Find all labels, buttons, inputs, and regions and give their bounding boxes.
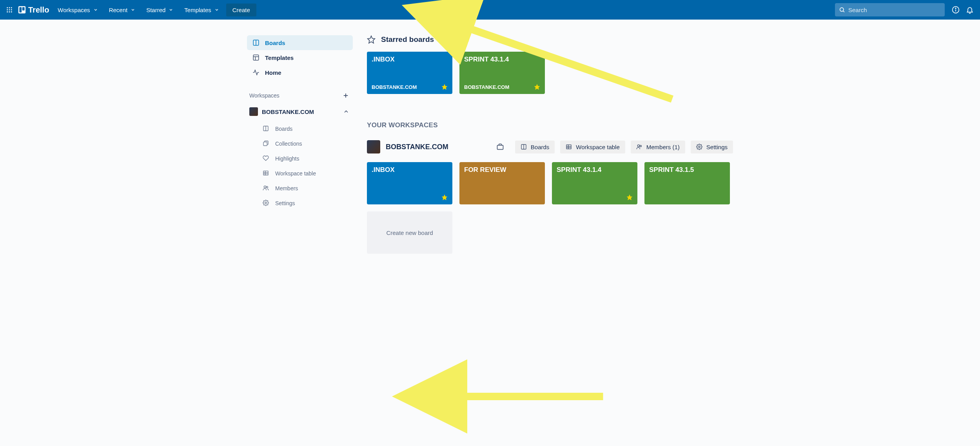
starred-heading: Starred boards (367, 35, 733, 44)
briefcase-icon (496, 143, 504, 151)
svg-point-0 (7, 7, 8, 8)
sidebar-sub-members[interactable]: Members (247, 181, 353, 196)
workspace-name: BOBSTANKE.COM (262, 108, 314, 115)
svg-point-44 (637, 145, 639, 147)
ws-btn-label: Boards (531, 144, 550, 150)
star-filled-icon[interactable] (441, 194, 448, 200)
svg-rect-40 (566, 145, 571, 149)
info-button[interactable] (949, 4, 962, 16)
sidebar-sub-settings[interactable]: Settings (247, 196, 353, 211)
trello-brand-icon (18, 6, 26, 14)
star-icon (367, 35, 376, 44)
apps-switcher-button[interactable] (3, 4, 16, 16)
ws-table-button[interactable]: Workspace table (560, 141, 625, 153)
topbar: Trello Workspaces Recent Starred Templat… (0, 0, 980, 20)
sidebar-sub-boards[interactable]: Boards (247, 121, 353, 136)
menu-starred[interactable]: Starred (141, 4, 179, 16)
star-filled-icon[interactable] (626, 194, 633, 200)
search-icon (839, 7, 845, 13)
svg-point-7 (9, 11, 10, 13)
search-input[interactable] (835, 3, 945, 16)
sidebar-sub-label: Boards (275, 126, 292, 132)
workspace-avatar (367, 140, 380, 153)
menu-label: Templates (184, 7, 211, 13)
board-title: SPRINT 43.1.4 (557, 166, 633, 174)
members-icon (636, 144, 642, 150)
board-icon (263, 125, 270, 132)
board-card-sprint-4314[interactable]: SPRINT 43.1.4 BOBSTANKE.COM (459, 52, 545, 94)
your-workspaces-heading: YOUR WORKSPACES (367, 121, 733, 129)
star-filled-icon[interactable] (441, 84, 448, 90)
ws-btn-label: Members (1) (646, 144, 680, 150)
sidebar-sub-highlights[interactable]: Highlights (247, 151, 353, 166)
brand-label: Trello (28, 5, 49, 14)
board-card-for-review[interactable]: FOR REVIEW (459, 162, 545, 204)
board-card-sprint-4315[interactable]: SPRINT 43.1.5 (644, 162, 730, 204)
board-title: .INBOX (372, 56, 448, 63)
sidebar-sub-label: Members (275, 185, 298, 191)
board-card-inbox[interactable]: .INBOX BOBSTANKE.COM (367, 52, 452, 94)
board-subtitle: BOBSTANKE.COM (372, 84, 417, 90)
trello-logo[interactable]: Trello (18, 5, 49, 14)
chevron-down-icon (214, 7, 219, 12)
sidebar-item-templates[interactable]: Templates (247, 50, 353, 65)
menu-workspaces[interactable]: Workspaces (52, 4, 103, 16)
info-icon (952, 6, 960, 14)
svg-marker-47 (442, 195, 447, 200)
sidebar-workspace-sublist: Boards Collections Highlights Workspace … (247, 121, 353, 211)
ws-btn-label: Workspace table (576, 144, 619, 150)
svg-rect-11 (22, 7, 25, 10)
sidebar-workspace-toggle[interactable]: BOBSTANKE.COM (247, 104, 353, 119)
board-icon (521, 144, 527, 150)
svg-point-3 (7, 9, 8, 11)
svg-point-46 (699, 146, 700, 148)
sidebar-item-home[interactable]: Home (247, 65, 353, 80)
chevron-up-icon (342, 107, 350, 116)
menu-label: Workspaces (58, 7, 90, 13)
svg-marker-36 (534, 84, 539, 89)
svg-point-6 (7, 11, 8, 13)
svg-rect-26 (263, 142, 267, 146)
sidebar-sub-workspace-table[interactable]: Workspace table (247, 166, 353, 181)
table-icon (263, 170, 270, 177)
sidebar-item-boards[interactable]: Boards (247, 35, 353, 50)
workspaces-label: Workspaces (249, 92, 279, 99)
menu-recent[interactable]: Recent (103, 4, 141, 16)
workspace-avatar (249, 107, 258, 116)
board-card-sprint-4314[interactable]: SPRINT 43.1.4 (552, 162, 637, 204)
table-icon (566, 144, 572, 150)
sidebar-sub-collections[interactable]: Collections (247, 136, 353, 151)
ws-members-button[interactable]: Members (1) (631, 141, 685, 153)
board-title: SPRINT 43.1.5 (649, 166, 725, 174)
chevron-down-icon (93, 7, 98, 12)
ws-settings-button[interactable]: Settings (691, 141, 733, 153)
svg-point-32 (266, 186, 268, 188)
sidebar-item-label: Home (265, 69, 281, 76)
svg-marker-34 (368, 36, 375, 43)
sidebar-primary-nav: Boards Templates Home (247, 35, 353, 80)
create-new-board-tile[interactable]: Create new board (367, 211, 452, 254)
sidebar-workspaces-header: Workspaces (247, 91, 353, 104)
menu-templates[interactable]: Templates (179, 4, 224, 16)
svg-point-1 (9, 7, 10, 8)
gear-icon (696, 144, 702, 150)
svg-marker-35 (442, 84, 447, 89)
board-title: FOR REVIEW (464, 166, 540, 174)
board-card-inbox[interactable]: .INBOX (367, 162, 452, 204)
page-body: Boards Templates Home Workspaces (0, 20, 980, 277)
sidebar: Boards Templates Home Workspaces (247, 35, 353, 254)
section-title-text: Starred boards (381, 35, 434, 44)
sidebar-sub-label: Highlights (275, 155, 299, 162)
star-filled-icon[interactable] (534, 84, 540, 90)
notifications-button[interactable] (964, 4, 976, 16)
svg-line-13 (843, 11, 844, 12)
ws-boards-button[interactable]: Boards (515, 141, 555, 153)
search-container (835, 3, 945, 16)
create-button[interactable]: Create (226, 4, 256, 16)
main-content: Starred boards .INBOX BOBSTANKE.COM SPRI… (367, 35, 733, 254)
svg-point-2 (11, 7, 12, 8)
add-workspace-button[interactable] (341, 91, 350, 100)
svg-point-12 (840, 8, 844, 11)
chevron-down-icon (131, 7, 135, 12)
menu-label: Starred (146, 7, 165, 13)
